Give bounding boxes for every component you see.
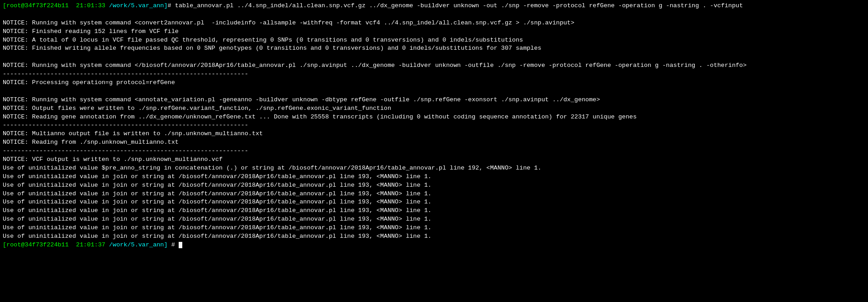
terminal-line: NOTICE: Running with system command </bi… [3,61,865,70]
prompt-user-end: [root@34f73f224b11 21:01:37 [3,241,109,248]
terminal-line: [root@34f73f224b11 21:01:37 /work/5.var_… [3,241,865,250]
notice-text: NOTICE: Output files were written to ./s… [3,105,391,112]
warning-text: Use of uninitialized value in join or st… [3,233,432,240]
prompt-user: [root@34f73f224b11 21:01:33 [3,2,109,9]
notice-text: NOTICE: Reading from ./snp.unknown_multi… [3,139,179,146]
cursor [179,242,182,248]
notice-text: NOTICE: Reading gene annotation from ../… [3,113,637,120]
terminal-line [3,87,865,96]
notice-text: NOTICE: Running with system command </bi… [3,62,747,69]
terminal-line: NOTICE: Reading gene annotation from ../… [3,113,865,122]
notice-text: NOTICE: Finished writing allele frequenc… [3,45,541,52]
terminal-line: NOTICE: Output files were written to ./s… [3,104,865,113]
terminal-line: ----------------------------------------… [3,147,865,156]
notice-text: NOTICE: VCF output is written to ./snp.u… [3,156,223,163]
prompt-symbol: # [168,2,171,9]
separator-line: ----------------------------------------… [3,147,248,154]
warning-text: Use of uninitialized value in join or st… [3,198,432,205]
warning-text: Use of uninitialized value in join or st… [3,207,432,214]
terminal-line: [root@34f73f224b11 21:01:33 /work/5.var_… [3,2,865,10]
terminal-line: NOTICE: Reading from ./snp.unknown_multi… [3,138,865,147]
terminal-line: Use of uninitialized value in join or st… [3,232,865,241]
separator-line: ----------------------------------------… [3,122,248,128]
notice-text: NOTICE: A total of 0 locus in VCF file p… [3,37,523,43]
terminal-line: Use of uninitialized value in join or st… [3,215,865,224]
terminal-line: ----------------------------------------… [3,70,865,79]
warning-text: Use of uninitialized value in join or st… [3,216,432,222]
warning-text: Use of uninitialized value $pre_anno_str… [3,165,541,171]
warning-text: Use of uninitialized value in join or st… [3,190,432,197]
terminal-line: NOTICE: VCF output is written to ./snp.u… [3,156,865,164]
separator-line: ----------------------------------------… [3,71,248,77]
notice-text: NOTICE: Processing operation=g protocol=… [3,79,175,86]
terminal-line: NOTICE: Running with system command <con… [3,19,865,28]
terminal-line: NOTICE: Finished reading 152 lines from … [3,28,865,36]
terminal-line: Use of uninitialized value in join or st… [3,173,865,181]
terminal-line [3,10,865,19]
prompt-symbol-end: # [168,241,179,248]
terminal-line: Use of uninitialized value in join or st… [3,190,865,198]
terminal-line [3,53,865,61]
terminal-line: ----------------------------------------… [3,121,865,130]
notice-text: NOTICE: Finished reading 152 lines from … [3,28,179,35]
terminal-line: Use of uninitialized value in join or st… [3,181,865,190]
notice-text: NOTICE: Running with system command <ann… [3,96,600,103]
terminal-line: Use of uninitialized value in join or st… [3,224,865,232]
notice-text: NOTICE: Multianno output file is written… [3,130,263,137]
terminal-line: Use of uninitialized value $pre_anno_str… [3,164,865,173]
terminal-line: NOTICE: Finished writing allele frequenc… [3,44,865,53]
terminal-line: NOTICE: Multianno output file is written… [3,130,865,138]
notice-text: NOTICE: Running with system command <con… [3,19,574,26]
terminal-line: Use of uninitialized value in join or st… [3,198,865,207]
terminal-line: NOTICE: A total of 0 locus in VCF file p… [3,36,865,45]
terminal: [root@34f73f224b11 21:01:33 /work/5.var_… [3,2,865,302]
warning-text: Use of uninitialized value in join or st… [3,182,432,189]
prompt-path-end: /work/5.var_ann] [109,241,168,248]
terminal-line: NOTICE: Processing operation=g protocol=… [3,79,865,87]
warning-text: Use of uninitialized value in join or st… [3,173,432,180]
terminal-line: NOTICE: Running with system command <ann… [3,96,865,104]
prompt-path: /work/5.var_ann] [109,2,168,9]
warning-text: Use of uninitialized value in join or st… [3,224,432,231]
command-text: table_annovar.pl ../4.snp_indel/all.clea… [171,2,743,9]
terminal-line: Use of uninitialized value in join or st… [3,207,865,215]
